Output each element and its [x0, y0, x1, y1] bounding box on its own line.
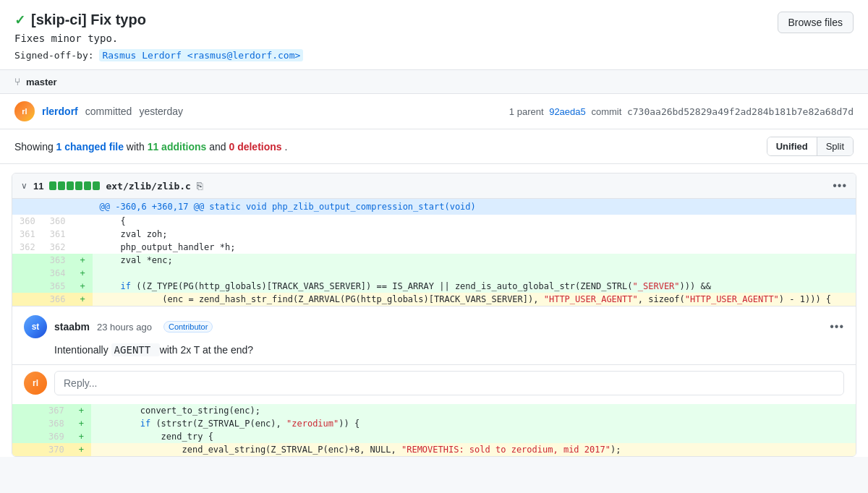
comment-author-name[interactable]: staabm: [54, 321, 90, 333]
split-view-button[interactable]: Split: [817, 137, 853, 155]
line-num-old: [12, 430, 41, 443]
line-sign: [72, 228, 92, 241]
diff-file-left: ∨ 11 ext/zlib/zlib.c ⎘: [21, 180, 203, 192]
line-content: if (strstr(Z_STRVAL_P(enc), "zerodium"))…: [91, 417, 856, 430]
line-content: [93, 267, 856, 280]
line-num-new: 364: [43, 267, 73, 280]
line-sign: +: [72, 254, 92, 267]
diff-table-lower: 367 + convert_to_string(enc); 368 + if (…: [12, 404, 856, 456]
line-num-old: [12, 267, 43, 280]
comment-time: 23 hours ago: [97, 322, 152, 333]
line-num-new: 363: [43, 254, 73, 267]
expand-icon[interactable]: ∨: [21, 181, 27, 191]
author-bar: rl rlerdorf committed yesterday 1 parent…: [0, 94, 868, 129]
stat-block-6: [93, 181, 100, 190]
stat-block-2: [58, 181, 65, 190]
line-sign: +: [72, 443, 91, 456]
line-content: if ((Z_TYPE(PG(http_globals)[TRACK_VARS_…: [93, 280, 856, 293]
reply-avatar: rl: [24, 372, 47, 395]
line-num-new: 369: [41, 430, 72, 443]
comment-text-post: with 2x T at the end?: [160, 344, 253, 356]
browse-files-button[interactable]: Browse files: [778, 12, 854, 33]
author-time: yesterday: [139, 106, 183, 117]
comment-text-pre: Intentionally: [54, 344, 111, 356]
line-num-old: [12, 280, 43, 293]
contributor-badge: Contributor: [163, 321, 213, 333]
line-sign: +: [72, 430, 91, 443]
stat-block-3: [67, 181, 74, 190]
copy-icon[interactable]: ⎘: [197, 180, 203, 192]
line-num-old: [12, 443, 41, 456]
comment-author-section: st staabm 23 hours ago Contributor: [24, 315, 213, 338]
commit-header: ✓ [skip-ci] Fix typo Fixes minor typo. S…: [0, 0, 868, 70]
table-row: 366 + (enc = zend_hash_str_find(Z_ARRVAL…: [12, 293, 856, 306]
author-info: rl rlerdorf committed yesterday: [14, 101, 183, 121]
comment-more-icon[interactable]: •••: [830, 320, 844, 333]
stat-block-5: [84, 181, 91, 190]
table-row: 368 + if (strstr(Z_STRVAL_P(enc), "zerod…: [12, 417, 856, 430]
line-num-old: 360: [12, 215, 43, 228]
line-num-new: 368: [41, 417, 72, 430]
line-num-old: [12, 417, 41, 430]
commit-title: ✓ [skip-ci] Fix typo: [14, 12, 854, 28]
diff-more-options-icon[interactable]: •••: [833, 179, 847, 192]
commit-title-text: [skip-ci] Fix typo: [31, 12, 146, 28]
table-row: 362 362 php_output_handler *h;: [12, 241, 856, 254]
line-content: zval *enc;: [93, 254, 856, 267]
line-content: php_output_handler *h;: [93, 241, 856, 254]
parent-hash[interactable]: 92aeda5: [549, 106, 586, 117]
signed-off: Signed-off-by: Rasmus Lerdorf <rasmus@le…: [14, 50, 854, 61]
diff-filename: ext/zlib/zlib.c: [106, 181, 190, 192]
line-num-new: 365: [43, 280, 73, 293]
avatar: rl: [14, 101, 35, 121]
comment-header: st staabm 23 hours ago Contributor •••: [24, 315, 844, 338]
signed-off-label: Signed-off-by:: [14, 50, 94, 61]
diff-container: ∨ 11 ext/zlib/zlib.c ⎘ •••: [12, 173, 856, 457]
author-name[interactable]: rlerdorf: [42, 106, 78, 117]
line-num-old: [12, 404, 41, 417]
stats-bar: Showing 1 changed file with 11 additions…: [0, 129, 868, 164]
comment-code: AGENTT: [111, 343, 160, 356]
line-sign: +: [72, 293, 92, 306]
line-num-old: [12, 254, 43, 267]
branch-icon: ⑂: [14, 76, 20, 87]
line-content: convert_to_string(enc);: [91, 404, 856, 417]
commit-hash: c730aa26bd52829a49f2ad284b181b7e82a68d7d: [627, 106, 854, 117]
hunk-line-num-new: [43, 199, 73, 215]
reply-input[interactable]: Reply...: [54, 371, 844, 395]
line-content: (enc = zend_hash_str_find(Z_ARRVAL(PG(ht…: [93, 293, 856, 306]
line-sign: [72, 241, 92, 254]
line-num-old: 362: [12, 241, 43, 254]
diff-table-upper: @@ -360,6 +360,17 @@ static void php_zli…: [12, 199, 856, 306]
hunk-header-row: @@ -360,6 +360,17 @@ static void php_zli…: [12, 199, 856, 215]
diff-stat-blocks: [49, 181, 100, 190]
table-row: 364 +: [12, 267, 856, 280]
table-row: 365 + if ((Z_TYPE(PG(http_globals)[TRACK…: [12, 280, 856, 293]
period: .: [285, 141, 288, 153]
comment-body: Intentionally AGENTT with 2x T at the en…: [54, 344, 844, 356]
showing-label: Showing: [14, 141, 54, 153]
line-num-new: 367: [41, 404, 72, 417]
table-row: 360 360 {: [12, 215, 856, 228]
table-row: 370 + zend_eval_string(Z_STRVAL_P(enc)+8…: [12, 443, 856, 456]
line-sign: +: [72, 404, 91, 417]
branch-name: master: [26, 77, 57, 87]
hunk-header-text: @@ -360,6 +360,17 @@ static void php_zli…: [93, 199, 856, 215]
line-num-old: 361: [12, 228, 43, 241]
reply-box: rl Reply...: [24, 371, 844, 395]
line-num-new: 370: [41, 443, 72, 456]
changed-file-link[interactable]: 1 changed file: [56, 141, 124, 153]
line-sign: +: [72, 280, 92, 293]
table-row: 367 + convert_to_string(enc);: [12, 404, 856, 417]
page-wrapper: ✓ [skip-ci] Fix typo Fixes minor typo. S…: [0, 0, 868, 457]
parent-label: 1 parent: [509, 106, 544, 117]
line-num-new: 366: [43, 293, 73, 306]
unified-view-button[interactable]: Unified: [767, 137, 817, 155]
signed-off-value: Rasmus Lerdorf <rasmus@lerdorf.com>: [99, 49, 303, 61]
view-toggle: Unified Split: [767, 137, 854, 156]
line-num-new: 362: [43, 241, 73, 254]
and-label: and: [209, 141, 229, 153]
table-row: 363 + zval *enc;: [12, 254, 856, 267]
hunk-sign: [72, 199, 92, 215]
stat-block-4: [75, 181, 82, 190]
